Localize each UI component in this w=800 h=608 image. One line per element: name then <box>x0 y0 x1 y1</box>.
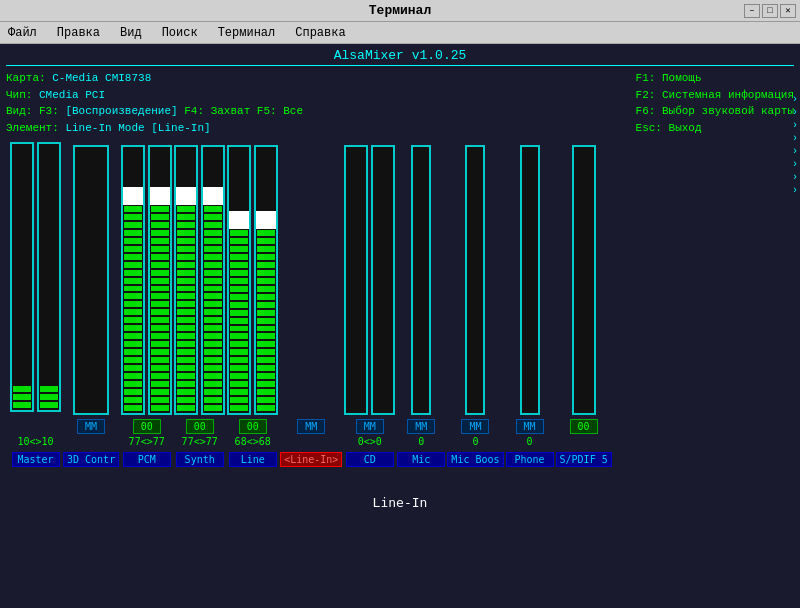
mic-boos-label[interactable]: Mic Boos <box>447 452 503 467</box>
line-mm-button[interactable]: 00 <box>239 419 267 434</box>
channel-master[interactable]: 10<>10Master <box>10 142 61 467</box>
card-value: C-Media CMI8738 <box>52 72 151 84</box>
synth-value: 77<>77 <box>182 436 218 450</box>
alsa-title: AlsaMixer v1.0.25 <box>6 48 794 66</box>
f6-line: F6: Выбор звуковой карты <box>636 103 794 120</box>
scroll-arrow-2: › <box>792 107 798 118</box>
menu-search[interactable]: Поиск <box>158 24 202 42</box>
scroll-arrow-3: › <box>792 120 798 131</box>
f2-line: F2: Системная информация <box>636 87 794 104</box>
mic-mm-button[interactable]: MM <box>407 419 435 434</box>
info-right: F1: Помощь F2: Системная информация F6: … <box>636 70 794 136</box>
info-left: Карта: C-Media CMI8738 Чип: CMedia PCI В… <box>6 70 303 136</box>
menu-edit[interactable]: Правка <box>53 24 104 42</box>
pcm-label[interactable]: PCM <box>123 452 171 467</box>
scroll-arrow-5: › <box>792 146 798 157</box>
info-section: Карта: C-Media CMI8738 Чип: CMedia PCI В… <box>6 70 794 136</box>
line-in-center-label: Line-In <box>0 495 800 510</box>
scroll-arrow-4: › <box>792 133 798 144</box>
master-value: 10<>10 <box>17 436 53 450</box>
master-label[interactable]: Master <box>12 452 60 467</box>
mic-label[interactable]: Mic <box>397 452 445 467</box>
cd-value: 0<>0 <box>358 436 382 450</box>
element-label: Элемент: <box>6 122 59 134</box>
menu-bar: Файл Правка Вид Поиск Терминал Справка <box>0 22 800 44</box>
maximize-button[interactable]: □ <box>762 4 778 18</box>
card-line: Карта: C-Media CMI8738 <box>6 70 303 87</box>
mic-value: 0 <box>418 436 424 450</box>
esc-line: Esc: Выход <box>636 120 794 137</box>
line-label[interactable]: Line <box>229 452 277 467</box>
scroll-indicators: › › › › › › › › <box>792 94 798 196</box>
channel-mic[interactable]: MM0Mic <box>397 145 445 467</box>
phone-label[interactable]: Phone <box>506 452 554 467</box>
view-f3: F3: <box>39 105 65 117</box>
view-line: Вид: F3: [Воспроизведение] F4: Захват F5… <box>6 103 303 120</box>
spdif-label[interactable]: S/PDIF 5 <box>556 452 612 467</box>
window-controls[interactable]: – □ ✕ <box>744 4 796 18</box>
phone-value: 0 <box>527 436 533 450</box>
menu-view[interactable]: Вид <box>116 24 146 42</box>
3d-contr-label[interactable]: 3D Contr <box>63 452 119 467</box>
cd-label[interactable]: CD <box>346 452 394 467</box>
channel-spdif[interactable]: 00S/PDIF 5 <box>556 145 612 467</box>
scroll-arrow-7: › <box>792 172 798 183</box>
menu-help[interactable]: Справка <box>291 24 349 42</box>
close-button[interactable]: ✕ <box>780 4 796 18</box>
3d-contr-mm-button[interactable]: MM <box>77 419 105 434</box>
channel-phone[interactable]: MM0Phone <box>506 145 554 467</box>
card-label: Карта: <box>6 72 46 84</box>
channel-line[interactable]: 0068<>68Line <box>227 145 278 467</box>
view-f4: F4: Захват F5: Все <box>184 105 303 117</box>
menu-file[interactable]: Файл <box>4 24 41 42</box>
mic-boos-mm-button[interactable]: MM <box>461 419 489 434</box>
chip-value: CMedia PCI <box>39 89 105 101</box>
channel-mic-boos[interactable]: MM0Mic Boos <box>447 145 503 467</box>
element-value: Line-In Mode [Line-In] <box>65 122 210 134</box>
spdif-mm-button[interactable]: 00 <box>570 419 598 434</box>
channel-pcm[interactable]: 0077<>77PCM <box>121 145 172 467</box>
synth-mm-button[interactable]: 00 <box>186 419 214 434</box>
element-line: Элемент: Line-In Mode [Line-In] <box>6 120 303 137</box>
line-in-label[interactable]: <Line-In> <box>280 452 342 467</box>
channel-line-in[interactable]: MM<Line-In> <box>280 145 342 467</box>
mic-boos-value: 0 <box>472 436 478 450</box>
window-title: Терминал <box>369 3 431 18</box>
synth-label[interactable]: Synth <box>176 452 224 467</box>
f1-line: F1: Помощь <box>636 70 794 87</box>
line-value: 68<>68 <box>235 436 271 450</box>
view-label: Вид: <box>6 105 32 117</box>
channel-synth[interactable]: 0077<>77Synth <box>174 145 225 467</box>
pcm-mm-button[interactable]: 00 <box>133 419 161 434</box>
channel-cd[interactable]: MM0<>0CD <box>344 145 395 467</box>
chip-label: Чип: <box>6 89 32 101</box>
phone-mm-button[interactable]: MM <box>516 419 544 434</box>
mixers-container: 10<>10MasterMM3D Contr0077<>77PCM0077<>7… <box>6 142 794 467</box>
cd-mm-button[interactable]: MM <box>356 419 384 434</box>
view-bracket: [Воспроизведение] <box>65 105 177 117</box>
scroll-arrow-8: › <box>792 185 798 196</box>
chip-line: Чип: CMedia PCI <box>6 87 303 104</box>
title-bar: Терминал – □ ✕ <box>0 0 800 22</box>
minimize-button[interactable]: – <box>744 4 760 18</box>
scroll-arrow-6: › <box>792 159 798 170</box>
terminal-area: AlsaMixer v1.0.25 Карта: C-Media CMI8738… <box>0 44 800 608</box>
menu-terminal[interactable]: Терминал <box>214 24 280 42</box>
channel-3d-contr[interactable]: MM3D Contr <box>63 145 119 467</box>
pcm-value: 77<>77 <box>129 436 165 450</box>
scroll-arrow-1: › <box>792 94 798 105</box>
line-in-mm-button[interactable]: MM <box>297 419 325 434</box>
